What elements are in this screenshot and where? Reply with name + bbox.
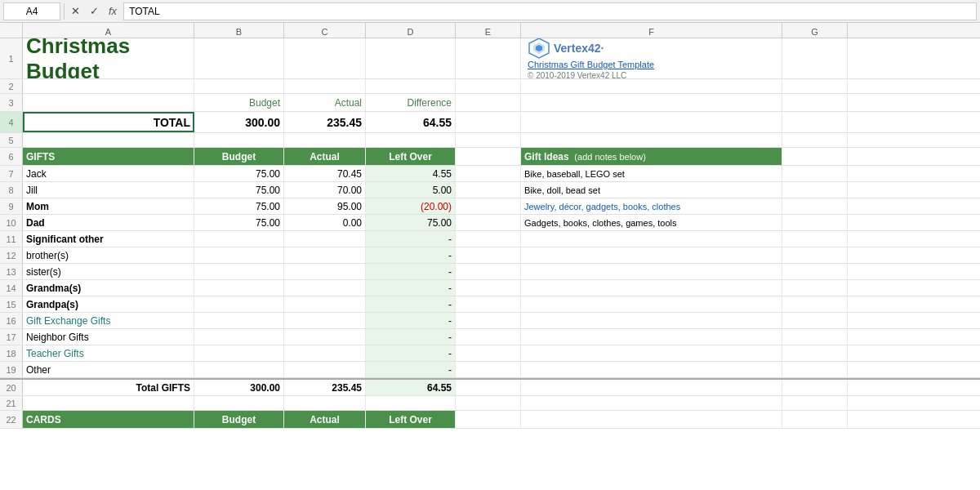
cell-e18[interactable] <box>456 345 521 361</box>
cell-a4[interactable]: TOTAL <box>23 112 194 132</box>
cell-f8[interactable]: Bike, doll, bead set <box>521 182 782 198</box>
cell-e20[interactable] <box>456 380 521 395</box>
cell-a16[interactable]: Gift Exchange Gifts <box>23 313 194 328</box>
cell-b5[interactable] <box>194 133 284 147</box>
cell-a17[interactable]: Neighbor Gifts <box>23 329 194 345</box>
confirm-icon[interactable]: ✓ <box>87 3 102 19</box>
cell-d1[interactable] <box>366 38 456 78</box>
cell-f22[interactable] <box>521 411 782 428</box>
cell-f15[interactable] <box>521 296 782 312</box>
cell-f5[interactable] <box>521 133 782 147</box>
cell-g18[interactable] <box>782 345 848 361</box>
cell-e21[interactable] <box>456 396 521 410</box>
cell-d13[interactable]: - <box>366 264 456 279</box>
cell-a12[interactable]: brother(s) <box>23 247 194 263</box>
cell-e16[interactable] <box>456 313 521 328</box>
cell-c6[interactable]: Actual <box>284 148 366 165</box>
cell-a6[interactable]: GIFTS <box>23 148 194 165</box>
cell-g8[interactable] <box>782 182 848 198</box>
cell-b1[interactable] <box>194 38 284 78</box>
cell-e14[interactable] <box>456 280 521 296</box>
cell-d5[interactable] <box>366 133 456 147</box>
cell-d8[interactable]: 5.00 <box>366 182 456 198</box>
cell-f17[interactable] <box>521 329 782 345</box>
formula-bar[interactable] <box>123 2 977 20</box>
cell-f3[interactable] <box>521 94 782 111</box>
cell-d11[interactable]: - <box>366 231 456 247</box>
cell-a10[interactable]: Dad <box>23 215 194 230</box>
cell-c21[interactable] <box>284 396 366 410</box>
col-header-f[interactable]: F <box>521 23 782 38</box>
cell-g6[interactable] <box>782 148 848 165</box>
cell-e2[interactable] <box>456 79 521 93</box>
cell-g11[interactable] <box>782 231 848 247</box>
cell-b22[interactable]: Budget <box>194 411 284 428</box>
cell-c1[interactable] <box>284 38 366 78</box>
cell-f7[interactable]: Bike, baseball, LEGO set <box>521 166 782 181</box>
cell-c4[interactable]: 235.45 <box>284 112 366 132</box>
cell-b13[interactable] <box>194 264 284 279</box>
cell-e5[interactable] <box>456 133 521 147</box>
cell-b7[interactable]: 75.00 <box>194 166 284 181</box>
cell-b8[interactable]: 75.00 <box>194 182 284 198</box>
col-header-c[interactable]: C <box>284 23 366 38</box>
cell-g1[interactable] <box>782 38 848 78</box>
cell-c7[interactable]: 70.45 <box>284 166 366 181</box>
cell-a7[interactable]: Jack <box>23 166 194 181</box>
cell-b17[interactable] <box>194 329 284 345</box>
cell-e10[interactable] <box>456 215 521 230</box>
cell-d20[interactable]: 64.55 <box>366 380 456 395</box>
cell-c12[interactable] <box>284 247 366 263</box>
cell-e9[interactable] <box>456 198 521 214</box>
cell-c22[interactable]: Actual <box>284 411 366 428</box>
cell-d21[interactable] <box>366 396 456 410</box>
cell-a3[interactable] <box>23 94 194 111</box>
cell-c14[interactable] <box>284 280 366 296</box>
cell-d12[interactable]: - <box>366 247 456 263</box>
cell-c20[interactable]: 235.45 <box>284 380 366 395</box>
cell-a9[interactable]: Mom <box>23 198 194 214</box>
cell-a18[interactable]: Teacher Gifts <box>23 345 194 361</box>
cell-d7[interactable]: 4.55 <box>366 166 456 181</box>
cell-f2[interactable] <box>521 79 782 93</box>
cell-e13[interactable] <box>456 264 521 279</box>
cell-b9[interactable]: 75.00 <box>194 198 284 214</box>
cell-b15[interactable] <box>194 296 284 312</box>
cell-g2[interactable] <box>782 79 848 93</box>
cell-g3[interactable] <box>782 94 848 111</box>
cell-e17[interactable] <box>456 329 521 345</box>
cell-a19[interactable]: Other <box>23 362 194 377</box>
cell-f11[interactable] <box>521 231 782 247</box>
cell-e8[interactable] <box>456 182 521 198</box>
cell-a11[interactable]: Significant other <box>23 231 194 247</box>
cell-a22[interactable]: CARDS <box>23 411 194 428</box>
cell-g13[interactable] <box>782 264 848 279</box>
cell-g7[interactable] <box>782 166 848 181</box>
vertex42-link[interactable]: Christmas Gift Budget Template <box>528 60 654 69</box>
cell-b4[interactable]: 300.00 <box>194 112 284 132</box>
cell-b2[interactable] <box>194 79 284 93</box>
cell-reference-input[interactable]: A4 <box>3 2 60 20</box>
cell-a14[interactable]: Grandma(s) <box>23 280 194 296</box>
cell-b21[interactable] <box>194 396 284 410</box>
cell-g15[interactable] <box>782 296 848 312</box>
cell-e22[interactable] <box>456 411 521 428</box>
cell-c10[interactable]: 0.00 <box>284 215 366 230</box>
cell-f12[interactable] <box>521 247 782 263</box>
cell-b18[interactable] <box>194 345 284 361</box>
cell-b16[interactable] <box>194 313 284 328</box>
cell-e1[interactable] <box>456 38 521 78</box>
cell-g19[interactable] <box>782 362 848 377</box>
cell-d4[interactable]: 64.55 <box>366 112 456 132</box>
cell-d15[interactable]: - <box>366 296 456 312</box>
cell-c16[interactable] <box>284 313 366 328</box>
cell-d10[interactable]: 75.00 <box>366 215 456 230</box>
cell-c19[interactable] <box>284 362 366 377</box>
cell-f16[interactable] <box>521 313 782 328</box>
cell-d16[interactable]: - <box>366 313 456 328</box>
cell-e19[interactable] <box>456 362 521 377</box>
cell-b10[interactable]: 75.00 <box>194 215 284 230</box>
cancel-icon[interactable]: ✕ <box>68 3 83 19</box>
cell-g5[interactable] <box>782 133 848 147</box>
cell-e15[interactable] <box>456 296 521 312</box>
